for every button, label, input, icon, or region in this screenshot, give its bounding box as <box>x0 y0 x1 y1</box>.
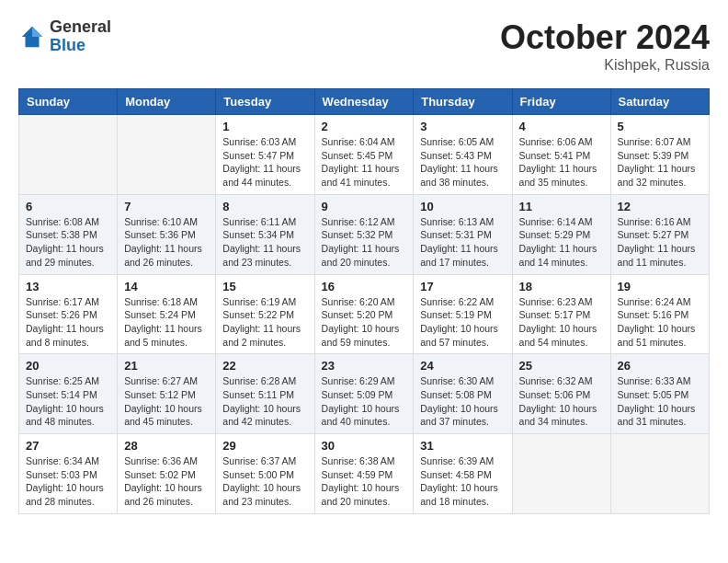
day-detail: Sunrise: 6:06 AM Sunset: 5:41 PM Dayligh… <box>519 135 604 190</box>
calendar-cell: 6Sunrise: 6:08 AM Sunset: 5:38 PM Daylig… <box>19 194 118 274</box>
day-detail: Sunrise: 6:18 AM Sunset: 5:24 PM Dayligh… <box>124 295 209 350</box>
day-detail: Sunrise: 6:25 AM Sunset: 5:14 PM Dayligh… <box>26 374 110 429</box>
day-detail: Sunrise: 6:39 AM Sunset: 4:58 PM Dayligh… <box>420 454 505 509</box>
calendar-week-row: 1Sunrise: 6:03 AM Sunset: 5:47 PM Daylig… <box>19 115 710 195</box>
day-number: 20 <box>26 359 110 373</box>
calendar-cell: 5Sunrise: 6:07 AM Sunset: 5:39 PM Daylig… <box>610 115 709 195</box>
svg-marker-1 <box>32 27 42 37</box>
logo-blue-text: Blue <box>50 37 111 55</box>
calendar-week-row: 27Sunrise: 6:34 AM Sunset: 5:03 PM Dayli… <box>19 434 710 514</box>
day-detail: Sunrise: 6:37 AM Sunset: 5:00 PM Dayligh… <box>222 454 307 509</box>
calendar-cell: 16Sunrise: 6:20 AM Sunset: 5:20 PM Dayli… <box>314 274 414 354</box>
calendar-cell: 1Sunrise: 6:03 AM Sunset: 5:47 PM Daylig… <box>216 115 314 195</box>
calendar-cell: 20Sunrise: 6:25 AM Sunset: 5:14 PM Dayli… <box>19 354 118 434</box>
logo-general-text: General <box>50 18 111 37</box>
calendar-cell: 25Sunrise: 6:32 AM Sunset: 5:06 PM Dayli… <box>512 354 610 434</box>
day-number: 13 <box>26 280 110 293</box>
calendar-cell: 18Sunrise: 6:23 AM Sunset: 5:17 PM Dayli… <box>512 274 610 354</box>
day-number: 2 <box>322 120 407 133</box>
day-number: 7 <box>124 200 209 213</box>
day-detail: Sunrise: 6:20 AM Sunset: 5:20 PM Dayligh… <box>322 295 407 350</box>
calendar-cell <box>512 434 610 514</box>
calendar-cell: 21Sunrise: 6:27 AM Sunset: 5:12 PM Dayli… <box>118 354 216 434</box>
day-number: 8 <box>222 200 307 213</box>
day-number: 4 <box>519 120 604 133</box>
day-number: 1 <box>222 120 307 133</box>
day-detail: Sunrise: 6:33 AM Sunset: 5:05 PM Dayligh… <box>618 374 702 429</box>
calendar-cell: 9Sunrise: 6:12 AM Sunset: 5:32 PM Daylig… <box>314 194 414 274</box>
calendar-table: SundayMondayTuesdayWednesdayThursdayFrid… <box>18 88 710 514</box>
day-number: 28 <box>124 439 209 453</box>
day-detail: Sunrise: 6:16 AM Sunset: 5:27 PM Dayligh… <box>618 215 702 270</box>
calendar-cell: 28Sunrise: 6:36 AM Sunset: 5:02 PM Dayli… <box>118 434 216 514</box>
day-number: 11 <box>519 200 604 213</box>
day-detail: Sunrise: 6:29 AM Sunset: 5:09 PM Dayligh… <box>322 374 407 429</box>
day-number: 6 <box>26 200 110 213</box>
calendar-cell: 11Sunrise: 6:14 AM Sunset: 5:29 PM Dayli… <box>512 194 610 274</box>
calendar-cell: 26Sunrise: 6:33 AM Sunset: 5:05 PM Dayli… <box>610 354 709 434</box>
weekday-header: Monday <box>118 89 216 115</box>
day-detail: Sunrise: 6:38 AM Sunset: 4:59 PM Dayligh… <box>322 454 407 509</box>
calendar-cell <box>610 434 709 514</box>
calendar-week-row: 13Sunrise: 6:17 AM Sunset: 5:26 PM Dayli… <box>19 274 710 354</box>
calendar-cell: 17Sunrise: 6:22 AM Sunset: 5:19 PM Dayli… <box>414 274 512 354</box>
day-number: 18 <box>519 280 604 293</box>
calendar-header-row: SundayMondayTuesdayWednesdayThursdayFrid… <box>19 89 710 115</box>
weekday-header: Wednesday <box>314 89 414 115</box>
calendar-cell: 4Sunrise: 6:06 AM Sunset: 5:41 PM Daylig… <box>512 115 610 195</box>
calendar-cell: 15Sunrise: 6:19 AM Sunset: 5:22 PM Dayli… <box>216 274 314 354</box>
weekday-header: Saturday <box>610 89 709 115</box>
day-detail: Sunrise: 6:03 AM Sunset: 5:47 PM Dayligh… <box>222 135 307 190</box>
day-detail: Sunrise: 6:17 AM Sunset: 5:26 PM Dayligh… <box>26 295 110 350</box>
calendar-title: October 2024 <box>500 18 710 57</box>
day-detail: Sunrise: 6:05 AM Sunset: 5:43 PM Dayligh… <box>420 135 505 190</box>
calendar-cell <box>118 115 216 195</box>
day-number: 16 <box>322 280 407 293</box>
calendar-cell: 31Sunrise: 6:39 AM Sunset: 4:58 PM Dayli… <box>414 434 512 514</box>
calendar-cell: 24Sunrise: 6:30 AM Sunset: 5:08 PM Dayli… <box>414 354 512 434</box>
day-detail: Sunrise: 6:19 AM Sunset: 5:22 PM Dayligh… <box>222 295 307 350</box>
calendar-cell: 2Sunrise: 6:04 AM Sunset: 5:45 PM Daylig… <box>314 115 414 195</box>
day-number: 22 <box>222 359 307 373</box>
day-number: 31 <box>420 439 505 453</box>
day-detail: Sunrise: 6:11 AM Sunset: 5:34 PM Dayligh… <box>222 215 307 270</box>
logo-icon <box>18 23 46 51</box>
day-detail: Sunrise: 6:30 AM Sunset: 5:08 PM Dayligh… <box>420 374 505 429</box>
day-detail: Sunrise: 6:12 AM Sunset: 5:32 PM Dayligh… <box>322 215 407 270</box>
calendar-location: Kishpek, Russia <box>500 57 710 74</box>
calendar-week-row: 20Sunrise: 6:25 AM Sunset: 5:14 PM Dayli… <box>19 354 710 434</box>
calendar-cell: 12Sunrise: 6:16 AM Sunset: 5:27 PM Dayli… <box>610 194 709 274</box>
day-detail: Sunrise: 6:34 AM Sunset: 5:03 PM Dayligh… <box>26 454 110 509</box>
day-detail: Sunrise: 6:14 AM Sunset: 5:29 PM Dayligh… <box>519 215 604 270</box>
calendar-cell: 19Sunrise: 6:24 AM Sunset: 5:16 PM Dayli… <box>610 274 709 354</box>
calendar-cell: 23Sunrise: 6:29 AM Sunset: 5:09 PM Dayli… <box>314 354 414 434</box>
calendar-cell <box>19 115 118 195</box>
calendar-cell: 10Sunrise: 6:13 AM Sunset: 5:31 PM Dayli… <box>414 194 512 274</box>
weekday-header: Sunday <box>19 89 118 115</box>
calendar-cell: 30Sunrise: 6:38 AM Sunset: 4:59 PM Dayli… <box>314 434 414 514</box>
calendar-week-row: 6Sunrise: 6:08 AM Sunset: 5:38 PM Daylig… <box>19 194 710 274</box>
calendar-cell: 8Sunrise: 6:11 AM Sunset: 5:34 PM Daylig… <box>216 194 314 274</box>
day-number: 3 <box>420 120 505 133</box>
day-detail: Sunrise: 6:10 AM Sunset: 5:36 PM Dayligh… <box>124 215 209 270</box>
day-detail: Sunrise: 6:23 AM Sunset: 5:17 PM Dayligh… <box>519 295 604 350</box>
weekday-header: Thursday <box>414 89 512 115</box>
day-detail: Sunrise: 6:28 AM Sunset: 5:11 PM Dayligh… <box>222 374 307 429</box>
calendar-cell: 14Sunrise: 6:18 AM Sunset: 5:24 PM Dayli… <box>118 274 216 354</box>
page-header: General Blue October 2024 Kishpek, Russi… <box>18 18 710 74</box>
day-number: 29 <box>222 439 307 453</box>
day-detail: Sunrise: 6:36 AM Sunset: 5:02 PM Dayligh… <box>124 454 209 509</box>
day-number: 25 <box>519 359 604 373</box>
day-detail: Sunrise: 6:22 AM Sunset: 5:19 PM Dayligh… <box>420 295 505 350</box>
day-number: 17 <box>420 280 505 293</box>
calendar-cell: 27Sunrise: 6:34 AM Sunset: 5:03 PM Dayli… <box>19 434 118 514</box>
day-number: 15 <box>222 280 307 293</box>
day-number: 10 <box>420 200 505 213</box>
day-number: 23 <box>322 359 407 373</box>
day-detail: Sunrise: 6:27 AM Sunset: 5:12 PM Dayligh… <box>124 374 209 429</box>
title-block: October 2024 Kishpek, Russia <box>500 18 710 74</box>
logo: General Blue <box>18 18 111 55</box>
calendar-cell: 29Sunrise: 6:37 AM Sunset: 5:00 PM Dayli… <box>216 434 314 514</box>
day-number: 9 <box>322 200 407 213</box>
day-number: 19 <box>618 280 702 293</box>
